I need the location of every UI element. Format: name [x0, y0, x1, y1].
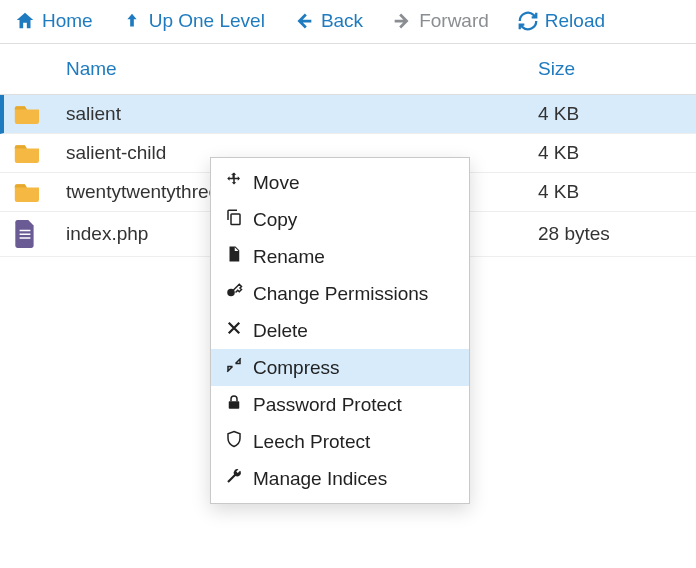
- home-label: Home: [42, 10, 93, 32]
- copy-icon: [225, 208, 243, 231]
- forward-label: Forward: [419, 10, 489, 32]
- menu-item-label: Move: [253, 172, 299, 194]
- menu-item-password-protect[interactable]: Password Protect: [211, 386, 469, 423]
- back-label: Back: [321, 10, 363, 32]
- context-menu: MoveCopyRenameChange PermissionsDeleteCo…: [210, 157, 470, 504]
- menu-item-move[interactable]: Move: [211, 164, 469, 201]
- menu-item-copy[interactable]: Copy: [211, 201, 469, 238]
- table-row[interactable]: salient4 KB: [0, 95, 696, 134]
- move-icon: [225, 171, 243, 194]
- lock-icon: [225, 393, 243, 416]
- up-one-level-button[interactable]: Up One Level: [121, 10, 265, 32]
- home-icon: [14, 10, 36, 32]
- key-icon: [225, 282, 243, 305]
- wrench-icon: [225, 467, 243, 490]
- folder-icon: [14, 103, 66, 125]
- svg-rect-0: [231, 214, 240, 225]
- menu-item-label: Change Permissions: [253, 283, 428, 305]
- menu-item-label: Password Protect: [253, 394, 402, 416]
- file-size: 4 KB: [538, 103, 696, 125]
- menu-item-label: Rename: [253, 246, 325, 268]
- menu-item-label: Manage Indices: [253, 468, 387, 490]
- menu-item-delete[interactable]: Delete: [211, 312, 469, 349]
- reload-icon: [517, 10, 539, 32]
- menu-item-label: Compress: [253, 357, 340, 379]
- shield-icon: [225, 430, 243, 453]
- column-header-size[interactable]: Size: [538, 58, 696, 80]
- svg-rect-2: [229, 401, 240, 409]
- menu-item-manage-indices[interactable]: Manage Indices: [211, 460, 469, 497]
- home-button[interactable]: Home: [14, 10, 93, 32]
- up-label: Up One Level: [149, 10, 265, 32]
- delete-icon: [225, 319, 243, 342]
- menu-item-label: Copy: [253, 209, 297, 231]
- menu-item-label: Delete: [253, 320, 308, 342]
- file-icon: [14, 220, 66, 248]
- forward-button: Forward: [391, 10, 489, 32]
- menu-item-rename[interactable]: Rename: [211, 238, 469, 275]
- up-arrow-icon: [121, 10, 143, 32]
- menu-item-compress[interactable]: Compress: [211, 349, 469, 386]
- column-header-name[interactable]: Name: [66, 58, 538, 80]
- file-size: 4 KB: [538, 181, 696, 203]
- table-header: Name Size: [0, 44, 696, 95]
- toolbar: Home Up One Level Back Forward Reload: [0, 0, 696, 43]
- forward-arrow-icon: [391, 10, 413, 32]
- file-name: salient: [66, 103, 538, 125]
- rename-icon: [225, 245, 243, 268]
- folder-icon: [14, 181, 66, 203]
- back-arrow-icon: [293, 10, 315, 32]
- reload-label: Reload: [545, 10, 605, 32]
- folder-icon: [14, 142, 66, 164]
- menu-item-label: Leech Protect: [253, 431, 370, 453]
- reload-button[interactable]: Reload: [517, 10, 605, 32]
- compress-icon: [225, 356, 243, 379]
- file-size: 4 KB: [538, 142, 696, 164]
- menu-item-change-permissions[interactable]: Change Permissions: [211, 275, 469, 312]
- file-size: 28 bytes: [538, 223, 696, 245]
- menu-item-leech-protect[interactable]: Leech Protect: [211, 423, 469, 460]
- back-button[interactable]: Back: [293, 10, 363, 32]
